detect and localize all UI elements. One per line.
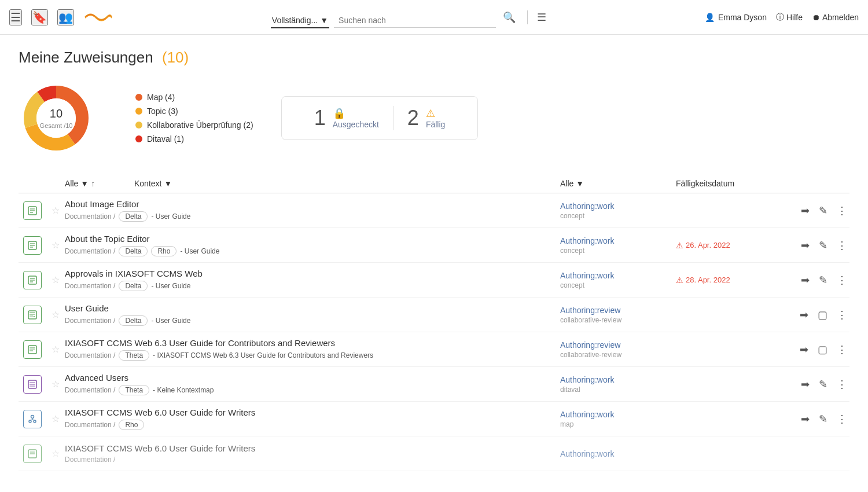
edit-button[interactable]: ✎ [816, 237, 830, 254]
legend-item-topic: Topic (3) [135, 107, 253, 116]
legend-label-map: Map (4) [147, 93, 175, 102]
comment-button[interactable]: ▢ [815, 341, 830, 358]
topic-icon [23, 271, 42, 289]
row-status-sub: concept [560, 281, 676, 289]
edit-button[interactable]: ✎ [816, 271, 830, 289]
header: ☰ 🔖 👥 Suchen in Vollständig... ▼ 🔍 ☰ [0, 0, 868, 35]
stats-box: 1 🔒 Ausgecheckt 2 ⚠ Fällig [281, 96, 479, 140]
bookmark-button[interactable]: 🔖 [31, 9, 48, 25]
row-status-main: Authoring:review [560, 340, 676, 350]
navigate-button[interactable]: ➡ [799, 376, 812, 393]
topic-icon [23, 201, 42, 220]
logout-button[interactable]: ⏺ Abmelden [812, 13, 859, 22]
sort-up-icon: ↑ [91, 179, 95, 188]
star-button[interactable]: ☆ [46, 240, 65, 251]
warn-icon: ⚠ [676, 276, 683, 285]
row-status-main: Authoring:work [560, 375, 676, 384]
more-button[interactable]: ⋮ [834, 341, 849, 358]
col-context-label: Kontext [134, 179, 161, 188]
navigate-button[interactable]: ➡ [799, 237, 812, 254]
svg-line-33 [30, 420, 32, 420]
search-dropdown-value: Vollständig... [272, 16, 318, 25]
col-status-header: Alle ▼ [560, 179, 676, 188]
more-button[interactable]: ⋮ [834, 271, 849, 289]
header-left: ☰ 🔖 👥 [9, 9, 112, 26]
more-button[interactable]: ⋮ [834, 202, 849, 219]
star-button[interactable]: ☆ [46, 309, 65, 320]
row-icon [19, 410, 46, 428]
row-context-link: - Keine Kontextmap [153, 386, 214, 394]
search-in-wrapper: Suchen in Vollständig... ▼ [271, 6, 329, 28]
filter-status-button[interactable]: Alle ▼ [560, 179, 584, 188]
row-actions: ➡ ✎ ⋮ [780, 237, 849, 254]
navigate-button[interactable]: ➡ [797, 341, 811, 358]
row-status: Authoring:work concept [560, 236, 676, 255]
row-icon [19, 306, 46, 324]
svg-line-34 [32, 420, 35, 420]
comment-button[interactable]: ▢ [815, 306, 830, 324]
search-button[interactable]: 🔍 [501, 11, 518, 24]
row-title: IXIASOFT CCMS Web 6.3 User Guide for Con… [65, 338, 560, 348]
row-sub: Documentation / [65, 456, 560, 464]
logo-svg [83, 9, 112, 26]
svg-rect-21 [28, 346, 36, 354]
stat-due: 2 ⚠ Fällig [393, 106, 459, 130]
hamburger-menu-button[interactable]: ☰ [9, 9, 22, 25]
topic-icon [23, 236, 42, 255]
header-right: 👤 Emma Dyson ⓘ Hilfe ⏺ Abmelden [705, 12, 859, 23]
help-button[interactable]: ⓘ Hilfe [776, 12, 803, 23]
row-main: Approvals in IXIASOFT CCMS Web Documenta… [65, 269, 560, 291]
star-button[interactable]: ☆ [46, 274, 65, 285]
lock-icon: 🔒 [333, 107, 345, 120]
edit-button[interactable]: ✎ [816, 376, 830, 393]
page-content: Meine Zuweisungen (10) [0, 35, 868, 485]
user-info[interactable]: 👤 Emma Dyson [705, 13, 767, 22]
table-row: ☆ IXIASOFT CCMS Web 6.3 User Guide for C… [19, 332, 849, 367]
col-all-sort-button[interactable]: ↑ [91, 179, 95, 188]
row-main: IXIASOFT CCMS Web 6.3 User Guide for Con… [65, 338, 560, 361]
more-button[interactable]: ⋮ [834, 410, 849, 428]
navigate-button[interactable]: ➡ [799, 202, 812, 219]
filter-button[interactable]: ☰ [537, 11, 546, 24]
star-button[interactable]: ☆ [46, 413, 65, 424]
star-button[interactable]: ☆ [46, 344, 65, 355]
navigate-button[interactable]: ➡ [799, 410, 812, 428]
topic-icon [23, 445, 42, 463]
row-badge: Delta [119, 211, 148, 222]
search-dropdown[interactable]: Vollständig... ▼ [271, 13, 329, 28]
row-main: IXIASOFT CCMS Web 6.0 User Guide for Wri… [65, 407, 560, 430]
row-main: User Guide Documentation / Delta - User … [65, 303, 560, 326]
more-button[interactable]: ⋮ [834, 237, 849, 254]
star-button[interactable]: ☆ [46, 448, 65, 459]
row-status-sub: concept [560, 247, 676, 255]
row-status-main: Authoring:review [560, 306, 676, 315]
filter-context-button[interactable]: Kontext ▼ [134, 179, 172, 188]
star-button[interactable]: ☆ [46, 379, 65, 390]
row-badge-theta: Theta [119, 385, 149, 395]
row-badge-rho: Rho [151, 246, 176, 256]
row-sub: Documentation / Delta - User Guide [65, 315, 560, 326]
more-button[interactable]: ⋮ [834, 376, 849, 393]
donut-label: Gesamt /10 [40, 122, 73, 129]
row-title: Advanced Users [65, 373, 560, 383]
filter-all-button[interactable]: Alle ▼ [65, 179, 89, 188]
navigate-button[interactable]: ➡ [797, 306, 811, 324]
legend-dot-ditaval [135, 135, 142, 142]
row-context-link: - User Guide [180, 247, 219, 255]
navigate-button[interactable]: ➡ [799, 271, 812, 289]
edit-button[interactable]: ✎ [816, 202, 830, 219]
people-button[interactable]: 👥 [57, 9, 74, 25]
edit-button[interactable]: ✎ [816, 410, 830, 428]
table-row: ☆ User Guide Documentation / Delta - Use… [19, 298, 849, 332]
status-dropdown-icon: ▼ [576, 179, 584, 188]
row-path: Documentation / [65, 421, 115, 429]
row-status: Authoring:work concept [560, 201, 676, 220]
more-button[interactable]: ⋮ [834, 306, 849, 324]
star-button[interactable]: ☆ [46, 205, 65, 216]
search-input[interactable] [339, 16, 491, 25]
row-sub: Documentation / Theta - Keine Kontextmap [65, 385, 560, 395]
stat-checked-out-info: 🔒 Ausgecheckt [333, 107, 379, 129]
row-icon [19, 445, 46, 463]
legend-dot-map [135, 94, 142, 101]
row-context-link: - User Guide [151, 212, 190, 221]
